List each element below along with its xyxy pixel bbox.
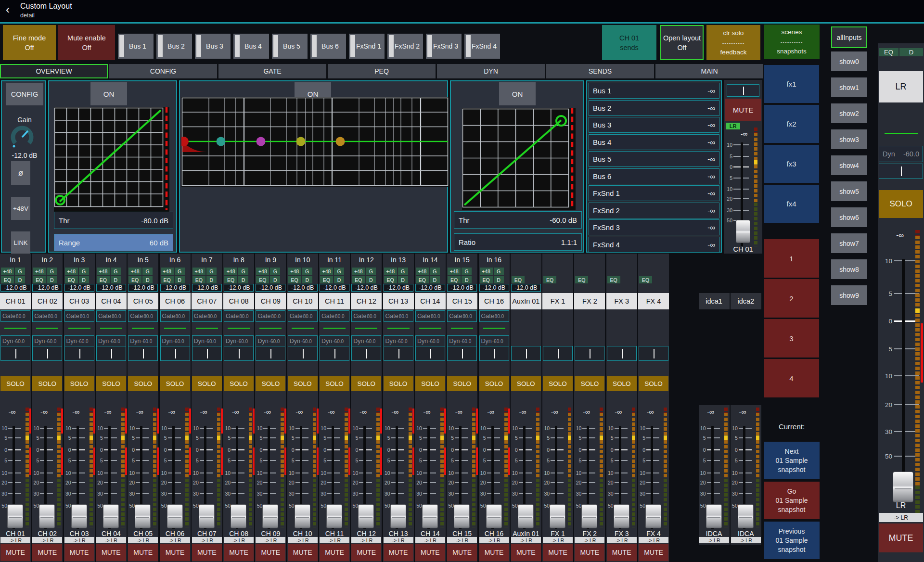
route-to-lr[interactable]: -> LR [699,537,729,543]
show-button[interactable]: show7 [831,233,867,253]
show-button[interactable]: show1 [831,77,867,97]
gate-threshold-row[interactable]: Thr -80.0 dB [54,212,173,229]
detail-tab[interactable]: PEQ [328,64,436,78]
clr-solo-button[interactable]: clr solo ---------- feedback [706,25,760,60]
back-icon[interactable]: ‹ [6,4,10,15]
show-button[interactable]: show2 [831,103,867,123]
previous-snapshot-button[interactable]: Previous 01 Sample snapshot [764,522,820,559]
send-level-row[interactable]: Bus 4 -∞ [589,134,719,150]
bus-select-button[interactable]: FxSnd 1 [349,34,385,59]
route-to-lr[interactable]: -> LR [879,513,923,522]
fader-handle[interactable] [738,504,754,528]
mixer-screen: ‹ Custom Layout detail Fine mode Off Mut… [0,0,924,562]
phase-button[interactable]: ø [11,161,30,185]
dca-select-button[interactable]: idca1 [699,293,730,309]
gain-knob[interactable] [9,124,36,151]
dyn-on-button[interactable]: ON [499,82,536,105]
send-level-row[interactable]: Bus 5 -∞ [589,151,719,167]
dca-button[interactable]: 4 [764,359,819,397]
scenes-snapshots-button[interactable]: scenes ---------- snapshots [764,25,820,59]
detail-tab[interactable]: GATE [218,64,326,78]
fader-handle[interactable] [893,472,913,502]
detail-tab[interactable]: CONFIG [109,64,217,78]
link-button[interactable]: LINK [11,231,30,254]
clr-solo-line2: feedback [720,48,747,57]
go-snapshot-button[interactable]: Go 01 Sample snapshot [764,482,820,519]
dca-select-button[interactable]: idca2 [731,293,761,309]
show-button[interactable]: show5 [831,181,867,201]
bus-select-button[interactable]: Bus 6 [310,34,346,59]
config-button[interactable]: CONFIG [6,83,43,105]
bus-select-button[interactable]: FxSnd 3 [426,34,462,59]
peq-band2-dot[interactable] [217,137,226,146]
detail-tab[interactable]: SENDS [546,64,654,78]
show-button[interactable]: show4 [831,155,867,175]
dca-button[interactable]: 2 [764,279,819,318]
detail-tab[interactable]: OVERVIEW [0,64,108,78]
send-level-row[interactable]: FxSnd 1 -∞ [589,185,719,201]
fader-handle[interactable] [736,220,750,243]
dyn-value: -60.0 [903,150,919,158]
ch-sends-button[interactable]: CH 01 sends [602,25,656,60]
send-level-row[interactable]: FxSnd 2 -∞ [589,203,719,218]
selected-mute-button[interactable]: MUTE [725,99,761,121]
channel-name-input[interactable] [727,84,759,97]
send-level-row[interactable]: FxSnd 3 -∞ [589,219,719,235]
bus-select-button[interactable]: Bus 1 [118,34,154,59]
bus-select-button[interactable]: Bus 3 [195,34,231,59]
detail-tab[interactable]: MAIN [655,64,763,78]
dyn-ratio-row[interactable]: Ratio 1.1:1 [454,233,582,251]
peq-band5-dot[interactable] [336,137,345,146]
fx-button[interactable]: fx1 [764,65,819,103]
send-level-row[interactable]: Bus 2 -∞ [589,100,719,116]
fine-mode-button[interactable]: Fine mode Off [3,25,56,60]
dca-button[interactable]: 3 [764,319,819,358]
gain-value: -12.0 dB [2,152,47,159]
send-level-row[interactable]: Bus 3 -∞ [589,117,719,133]
mute-enable-button[interactable]: Mute enable Off [58,25,115,60]
gate-curve-graph[interactable] [54,107,169,212]
open-layout-button[interactable]: Open layout Off [660,25,704,60]
show-button[interactable]: show8 [831,259,867,279]
fader-track[interactable] [902,259,905,504]
fx-button[interactable]: fx4 [764,185,819,223]
show-button[interactable]: show3 [831,129,867,149]
dca-strip: idca2 -∞ 10 5 0 5 10 20 30 50 IDCA -> LR [731,254,761,562]
gate-range-row[interactable]: Range 60 dB [54,234,173,251]
fx-button[interactable]: fx2 [764,105,819,143]
bus-select-button[interactable]: Bus 4 [233,34,269,59]
peq-band3-dot[interactable] [257,137,266,146]
dca-button[interactable]: 1 [764,239,819,278]
peq-band1-dot[interactable] [181,137,189,146]
peq-curve-graph[interactable] [181,97,449,187]
dca-rail: 1234 [764,239,819,397]
name-input[interactable] [879,164,923,179]
show-button[interactable]: show0 [831,51,867,71]
show-button[interactable]: show9 [831,285,867,305]
next-snapshot-button[interactable]: Next 01 Sample snapshot [764,442,820,479]
detail-tab[interactable]: DYN [437,64,545,78]
bus-select-button[interactable]: FxSnd 2 [387,34,423,59]
fader-handle[interactable] [706,504,722,528]
send-level-row[interactable]: Bus 6 -∞ [589,168,719,184]
gate-on-button[interactable]: ON [90,82,127,105]
bus-select-button[interactable]: FxSnd 4 [464,34,500,59]
fx-button[interactable]: fx3 [764,145,819,183]
fine-mode-label: Fine mode [13,33,46,43]
lr-select-button[interactable]: LR [879,71,923,102]
all-inputs-button[interactable]: allInputs [831,26,867,48]
selected-channel-strip: MUTE LR -∞ 10 5 0 5 10 20 30 50 CH 01 [724,80,762,254]
send-level-row[interactable]: FxSnd 4 -∞ [589,237,719,253]
mute-button[interactable]: MUTE [879,524,923,552]
dyn-threshold-field[interactable]: Dyn -60.0 [879,146,923,162]
bus-select-button[interactable]: Bus 2 [156,34,192,59]
dyn-curve-graph[interactable] [462,108,576,210]
solo-button[interactable]: SOLO [879,190,923,218]
dyn-threshold-row[interactable]: Thr -60.0 dB [454,211,582,229]
peq-band4-dot[interactable] [296,137,306,146]
show-button[interactable]: show6 [831,207,867,227]
route-to-lr[interactable]: -> LR [731,537,761,543]
send-level-row[interactable]: Bus 1 -∞ [589,83,719,99]
phantom-48v-button[interactable]: +48V [11,197,30,220]
bus-select-button[interactable]: Bus 5 [272,34,308,59]
